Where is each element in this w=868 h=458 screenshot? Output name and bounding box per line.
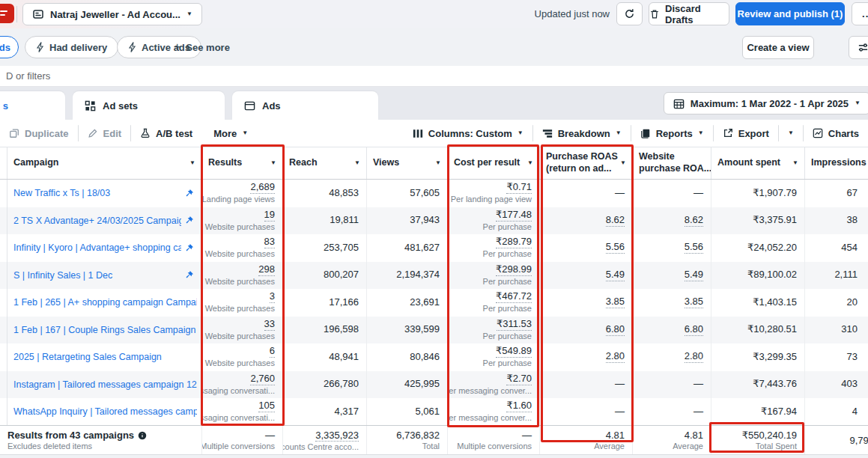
results-value[interactable]: 6 (270, 346, 275, 358)
roas-value: — (615, 406, 625, 418)
export-button[interactable]: Export (714, 124, 778, 142)
more-options-button[interactable]: ... (852, 2, 868, 25)
cost-sublabel: Per messaging conver... (448, 386, 532, 396)
cost-value[interactable]: ₹289.79 (496, 236, 532, 248)
cost-value[interactable]: ₹298.99 (496, 264, 532, 276)
campaign-link[interactable]: New Traffic x Ts | 18/03 (13, 188, 181, 198)
campaign-link[interactable]: Infinity | Kyoro | Advantage+ shopping c… (13, 242, 181, 253)
more-button[interactable]: More ▼ (201, 124, 257, 142)
campaign-link[interactable]: 2025 | Retargeting Sales Campaign (13, 352, 197, 362)
results-value[interactable]: 2,760 (250, 373, 275, 385)
columns-button[interactable]: Columns: Custom ▼ (404, 124, 532, 142)
cell-spent: ₹3,299.35 (711, 344, 805, 371)
pin-icon[interactable] (184, 270, 194, 280)
column-header-impr[interactable]: Impressions (805, 147, 868, 179)
results-value[interactable]: 83 (264, 236, 275, 248)
filter-pill-had-delivery[interactable]: Had delivery (25, 36, 118, 58)
cost-value[interactable]: ₹467.72 (496, 291, 532, 303)
roas-value[interactable]: 2.80 (606, 351, 625, 363)
reports-button[interactable]: Reports ▼ (631, 124, 713, 142)
results-value[interactable]: 105 (258, 400, 275, 412)
charts-button[interactable]: Charts (804, 124, 868, 142)
cell-results: 298Website purchases (202, 262, 283, 290)
review-and-publish-button[interactable]: Review and publish (1) (735, 2, 845, 25)
column-header-reach[interactable]: Reach▼ (283, 147, 367, 179)
campaign-link[interactable]: 1 Feb | 167 | Couple Rings Sales Campaig… (13, 325, 197, 335)
window-icon (244, 100, 255, 112)
duplicate-button[interactable]: Duplicate (0, 124, 78, 142)
cost-value[interactable]: ₹177.48 (496, 210, 532, 222)
info-icon[interactable] (138, 431, 147, 440)
cost-value[interactable]: ₹1.60 (506, 400, 532, 412)
wroas-value[interactable]: 5.49 (685, 269, 703, 281)
results-value[interactable]: 298 (258, 264, 275, 276)
pin-icon[interactable] (184, 243, 194, 253)
select-column-sliver (0, 371, 7, 399)
column-header-results[interactable]: Results▼ (202, 147, 283, 179)
cell-views: 57,605 (367, 180, 448, 207)
cost-value[interactable]: ₹311.53 (497, 319, 532, 331)
table-row: 2025 | Retargeting Sales Campaign6Websit… (0, 344, 868, 371)
wroas-value[interactable]: 8.62 (685, 215, 703, 227)
column-header-campaign[interactable]: Campaign▼ (7, 147, 202, 179)
column-header-spent[interactable]: Amount spent▼ (711, 147, 805, 179)
wroas-value[interactable]: 3.85 (685, 296, 703, 308)
results-value[interactable]: 2,689 (250, 182, 275, 194)
column-header-views[interactable]: Views▼ (367, 147, 448, 179)
views-value: 2,194,374 (396, 269, 440, 281)
cost-sublabel: Per purchase (483, 332, 532, 341)
export-options-button[interactable]: ▼ (779, 124, 803, 142)
roas-value[interactable]: 3.85 (606, 296, 625, 308)
column-header-wroas[interactable]: Websitepurchase ROA...▼ (633, 147, 711, 179)
footer-impressions: 9,791 (805, 426, 868, 454)
pin-icon[interactable] (184, 189, 194, 198)
wroas-value[interactable]: 2.80 (685, 351, 703, 363)
cost-value[interactable]: ₹549.89 (496, 346, 532, 358)
notification-badge-icon[interactable] (0, 4, 14, 23)
results-sublabel: Website purchases (205, 358, 275, 368)
column-header-roas[interactable]: Purchase ROAS(return on ad...▼ (540, 147, 633, 179)
impr-value: 454 (841, 242, 858, 254)
tab-ads[interactable]: Ads (232, 91, 378, 120)
roas-value[interactable]: 8.62 (606, 215, 625, 227)
search-input[interactable]: D or filters (0, 70, 50, 82)
cost-value[interactable]: ₹0.71 (506, 182, 532, 194)
campaign-link[interactable]: S | Infinity Sales | 1 Dec (13, 270, 181, 281)
ab-test-button[interactable]: A/B test (131, 124, 201, 142)
create-a-view-button[interactable]: Create a view (742, 36, 814, 59)
discard-drafts-label: Discard Drafts (665, 3, 729, 25)
filter-pill-cut[interactable]: ds (0, 36, 19, 58)
roas-value: — (615, 188, 625, 199)
see-more-button[interactable]: + See more (174, 36, 230, 58)
roas-value[interactable]: 6.80 (606, 324, 625, 336)
breakdown-button[interactable]: Breakdown ▼ (533, 124, 631, 142)
select-column-sliver (0, 398, 7, 426)
campaign-link[interactable]: Instagram | Tailored messages campaign 1… (13, 379, 197, 390)
campaign-link[interactable]: 2 TS X Advantage+ 24/03/2025 Campaign (13, 216, 181, 226)
impr-value: 403 (841, 379, 858, 390)
tab-ad-sets[interactable]: Ad sets (73, 91, 225, 120)
date-range-selector[interactable]: Maximum: 1 Mar 2022 - 1 Apr 2025 ▼ (664, 92, 868, 114)
cell-impr: 67 (805, 180, 868, 207)
results-value[interactable]: 3 (270, 291, 275, 303)
roas-value[interactable]: 5.56 (606, 242, 625, 254)
view-settings-button[interactable] (849, 36, 868, 59)
refresh-button[interactable] (616, 2, 643, 25)
edit-button[interactable]: Edit (79, 124, 131, 142)
results-value[interactable]: 19 (264, 210, 275, 222)
wroas-value[interactable]: 5.56 (685, 242, 703, 254)
results-value[interactable]: 33 (264, 319, 275, 331)
pin-icon[interactable] (184, 216, 194, 225)
wroas-value[interactable]: 6.80 (685, 324, 703, 336)
ad-account-selector[interactable]: Natraj Jeweller - Ad Accou... ▼ (22, 3, 202, 25)
discard-drafts-button[interactable]: Discard Drafts (649, 2, 729, 25)
roas-value[interactable]: 5.49 (606, 269, 625, 281)
cost-value[interactable]: ₹2.70 (506, 373, 532, 385)
campaign-link[interactable]: 1 Feb | 265 | A+ shopping campaign Campa… (13, 297, 197, 308)
spent-value: ₹1,403.15 (753, 297, 797, 308)
campaign-link[interactable]: WhatsApp Inquiry | Tailored messages cam… (13, 406, 197, 417)
search-filter-bar[interactable]: D or filters (0, 66, 868, 87)
chevron-down-icon: ▼ (518, 130, 523, 136)
tab-campaigns[interactable]: s (0, 91, 65, 120)
column-header-cost[interactable]: Cost per result▼ (448, 147, 540, 179)
